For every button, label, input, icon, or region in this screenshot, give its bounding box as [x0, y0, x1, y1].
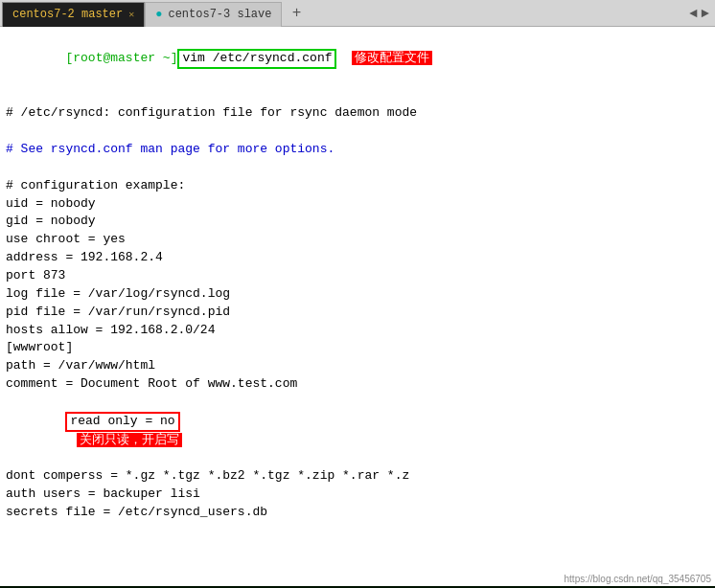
line-blank-1 — [6, 87, 709, 105]
line-readonly: read only = no 关闭只读，开启写 — [6, 394, 709, 467]
line-comment-doc: comment = Document Root of www.test.com — [6, 375, 709, 394]
terminal-wrapper: [root@master ~]vim /etc/rsyncd.conf 修改配置… — [0, 27, 715, 588]
line-auth: auth users = backuper lisi — [6, 486, 709, 504]
line-pidfile: pid file = /var/run/rsyncd.pid — [6, 304, 709, 322]
line-uid: uid = nobody — [6, 195, 709, 214]
line-address: address = 192.168.2.4 — [6, 249, 709, 267]
tab-add-button[interactable]: + — [286, 3, 307, 24]
line-comment-2: # See rsyncd.conf man page for more opti… — [6, 141, 709, 159]
tab-prev-icon[interactable]: ◄ — [689, 6, 697, 21]
line-port: port 873 — [6, 267, 709, 285]
line-gid: gid = nobody — [6, 213, 709, 231]
prompt-vim: [root@master ~] — [65, 51, 177, 65]
line-section: [wwwroot] — [6, 339, 709, 357]
line-comment-1: # /etc/rsyncd: configuration file for rs… — [6, 104, 709, 123]
line-chroot: use chroot = yes — [6, 231, 709, 249]
line-secrets: secrets file = /etc/rsyncd_users.db — [6, 504, 709, 522]
tab-dot: ● — [155, 8, 162, 21]
watermark: https://blog.csdn.net/qq_35456705 — [565, 574, 711, 584]
line-logfile: log file = /var/log/rsyncd.log — [6, 285, 709, 304]
line-comperss: dont comperss = *.gz *.tgz *.bz2 *.tgz *… — [6, 467, 709, 486]
tab-slave[interactable]: ● centos7-3 slave — [145, 2, 282, 27]
tab-bar: centos7-2 master ✕ ● centos7-3 slave + ◄… — [0, 0, 715, 27]
readonly-annotation: 关闭只读，开启写 — [77, 433, 182, 447]
readonly-note: 关闭只读，开启写 — [77, 433, 182, 447]
tab-slave-label: centos7-3 slave — [168, 8, 271, 21]
readonly-box: read only = no — [65, 412, 179, 432]
tab-next-icon[interactable]: ► — [702, 6, 709, 21]
tab-master-close[interactable]: ✕ — [128, 9, 134, 20]
line-blank-2 — [6, 123, 709, 141]
line-comment-3: # configuration example: — [6, 177, 709, 195]
line-cmd-vim: [root@master ~]vim /etc/rsyncd.conf 修改配置… — [6, 31, 709, 87]
line-path: path = /var/www/html — [6, 357, 709, 375]
tab-master[interactable]: centos7-2 master ✕ — [2, 2, 145, 27]
terminal[interactable]: [root@master ~]vim /etc/rsyncd.conf 修改配置… — [0, 27, 715, 588]
vim-cmd-box: vim /etc/rsyncd.conf — [177, 49, 336, 69]
tab-nav-arrows[interactable]: ◄ ► — [689, 6, 715, 21]
line-blank-3 — [6, 159, 709, 177]
app-window: centos7-2 master ✕ ● centos7-3 slave + ◄… — [0, 0, 715, 588]
annotation-vim: 修改配置文件 — [352, 51, 432, 65]
tab-master-label: centos7-2 master — [12, 8, 123, 21]
line-hosts: hosts allow = 192.168.2.0/24 — [6, 322, 709, 340]
